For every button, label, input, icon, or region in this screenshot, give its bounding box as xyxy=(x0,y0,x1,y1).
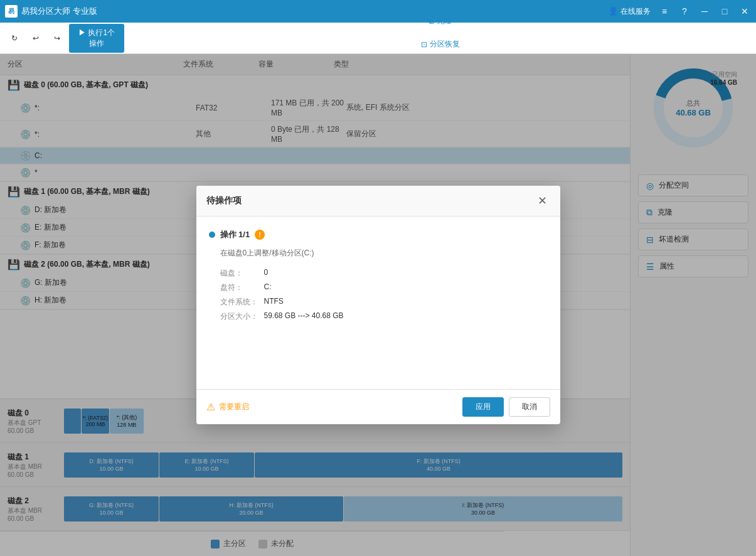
operation-item: 操作 1/1 ! 在磁盘0上调整/移动分区(C:) 磁盘： 0 盘符： C: xyxy=(209,229,548,324)
modal-overlay: 待操作项 ✕ 操作 1/1 ! 在磁盘0上调整/移动分区(C:) xyxy=(0,54,756,556)
modal-close-button[interactable]: ✕ xyxy=(535,193,550,208)
migrate-icon: ⬅ xyxy=(413,0,420,3)
modal-header: 待操作项 ✕ xyxy=(196,186,560,217)
op-warning-badge: ! xyxy=(255,230,265,240)
footer-buttons: 应用 取消 xyxy=(462,397,550,417)
detail-size-row: 分区大小： 59.68 GB ---> 40.68 GB xyxy=(220,309,548,324)
operation-title: 操作 1/1 ! xyxy=(209,229,548,240)
detail-disk-row: 磁盘： 0 xyxy=(220,266,548,281)
warning-icon: ⚠ xyxy=(206,401,215,413)
operation-details: 磁盘： 0 盘符： C: 文件系统： NTFS xyxy=(209,266,548,324)
modal-footer: ⚠ 需要重启 应用 取消 xyxy=(196,389,560,424)
undo-button[interactable]: ↩ xyxy=(26,30,45,46)
detail-letter-row: 盘符： C: xyxy=(220,281,548,295)
refresh-button[interactable]: ↻ xyxy=(5,30,24,46)
redo-icon: ↪ xyxy=(54,34,60,43)
cancel-button[interactable]: 取消 xyxy=(509,397,550,417)
clone-button[interactable]: ⧉ 克隆 xyxy=(421,12,459,30)
partition-recovery-button[interactable]: ⊡ 分区恢复 xyxy=(413,35,467,53)
modal-dialog: 待操作项 ✕ 操作 1/1 ! 在磁盘0上调整/移动分区(C:) xyxy=(196,186,560,424)
op-dot xyxy=(209,232,215,238)
execute-button[interactable]: ▶ 执行1个操作 xyxy=(69,24,124,53)
clone-icon: ⧉ xyxy=(429,17,434,26)
recovery-icon: ⊡ xyxy=(421,40,427,49)
migrate-os-button[interactable]: ⬅ 迁移操作系统 xyxy=(406,0,475,7)
refresh-icon: ↻ xyxy=(11,34,18,43)
app-icon: 易 xyxy=(5,5,18,18)
toolbar: ↻ ↩ ↪ ▶ 执行1个操作 ⬅ 迁移操作系统 ⧉ 克隆 ⊡ 分区恢复 ⊞ xyxy=(0,23,756,54)
undo-icon: ↩ xyxy=(33,34,39,43)
redo-button[interactable]: ↪ xyxy=(48,30,67,46)
operation-description: 在磁盘0上调整/移动分区(C:) xyxy=(209,248,548,259)
apply-button[interactable]: 应用 xyxy=(462,397,504,417)
detail-fs-row: 文件系统： NTFS xyxy=(220,295,548,309)
footer-note: ⚠ 需要重启 xyxy=(206,401,249,413)
modal-body: 操作 1/1 ! 在磁盘0上调整/移动分区(C:) 磁盘： 0 盘符： C: xyxy=(196,217,560,389)
modal-title: 待操作项 xyxy=(206,195,242,206)
